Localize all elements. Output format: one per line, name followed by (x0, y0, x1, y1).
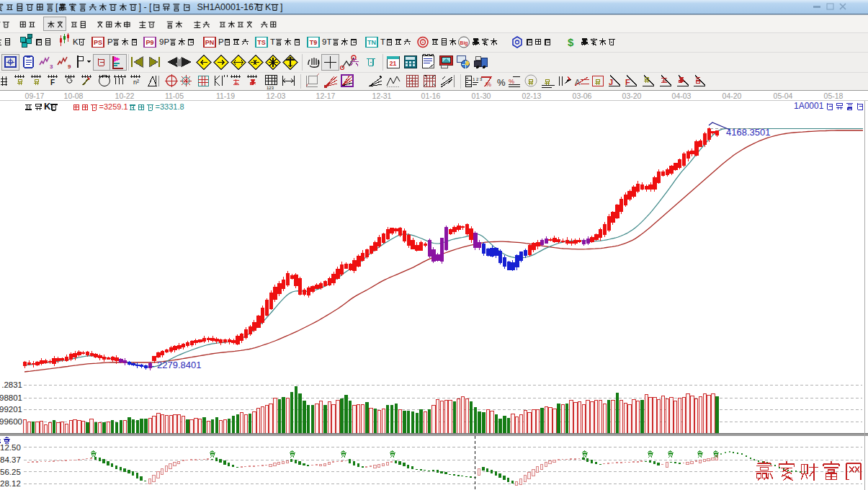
svg-text:05-04: 05-04 (774, 92, 793, 100)
svg-text:99201: 99201 (0, 405, 22, 414)
svg-text:01-16: 01-16 (421, 92, 441, 100)
svg-text:4168.3501: 4168.3501 (726, 127, 770, 138)
svg-text:12-17: 12-17 (316, 92, 336, 100)
svg-text:PS: PS (94, 39, 102, 46)
svg-text:P: P (107, 37, 113, 46)
svg-text:T: T (380, 37, 385, 46)
svg-text:=3331.8: =3331.8 (156, 102, 184, 111)
svg-text:9: 9 (68, 63, 71, 70)
svg-text:Big: Big (460, 40, 467, 46)
svg-text:12.50: 12.50 (0, 443, 21, 452)
svg-text:12-03: 12-03 (267, 92, 286, 100)
svg-text:05-18: 05-18 (824, 92, 844, 100)
svg-text:F: F (50, 79, 55, 86)
svg-text:28.12: 28.12 (0, 479, 21, 488)
svg-text:02-13: 02-13 (522, 92, 542, 100)
svg-text:TN: TN (367, 39, 376, 46)
svg-text:SH1A0001-167: SH1A0001-167 (192, 2, 259, 12)
svg-text:11-19: 11-19 (216, 92, 235, 100)
svg-text:3: 3 (50, 63, 53, 70)
svg-text:84.37: 84.37 (0, 455, 21, 464)
svg-text:04-03: 04-03 (672, 92, 692, 100)
svg-text:P: P (218, 37, 224, 46)
svg-text:TS: TS (257, 39, 266, 46)
svg-text:K: K (265, 2, 272, 12)
svg-text:T: T (270, 37, 275, 46)
svg-text:12-31: 12-31 (372, 92, 392, 100)
svg-text:n²: n² (133, 79, 139, 86)
svg-text:01-30: 01-30 (472, 92, 491, 100)
svg-text:%: % (486, 81, 491, 88)
svg-text:98801: 98801 (0, 393, 22, 402)
svg-text:J: J (609, 78, 613, 86)
svg-text:9P: 9P (159, 37, 169, 46)
svg-text:] - [: ] - [ (139, 2, 153, 12)
svg-text:03-20: 03-20 (622, 92, 642, 100)
svg-text:21: 21 (390, 60, 397, 67)
svg-text:10-22: 10-22 (115, 92, 135, 100)
svg-text:]: ] (280, 2, 282, 12)
svg-text:K: K (44, 101, 51, 112)
svg-text:$: $ (568, 36, 574, 48)
svg-text:2279.8401: 2279.8401 (157, 360, 201, 370)
svg-text:03-06: 03-06 (573, 92, 592, 100)
svg-text:PN: PN (205, 39, 215, 46)
svg-text:56.25: 56.25 (0, 468, 21, 476)
svg-text:10-08: 10-08 (64, 92, 84, 100)
svg-text:9T: 9T (322, 37, 331, 46)
svg-text:K: K (73, 37, 79, 46)
svg-text:F: F (625, 78, 630, 86)
svg-text:123: 123 (267, 86, 274, 90)
svg-text:04-20: 04-20 (722, 92, 742, 100)
svg-text:%: % (497, 77, 506, 88)
svg-text:11-05: 11-05 (165, 92, 184, 100)
svg-text:1A0001: 1A0001 (794, 101, 826, 111)
svg-text:=3259.1: =3259.1 (99, 102, 128, 111)
svg-text:[: [ (55, 2, 58, 12)
svg-text:T9: T9 (310, 39, 318, 46)
svg-text:99600: 99600 (0, 417, 22, 426)
svg-text:1 2 3: 1 2 3 (473, 77, 483, 81)
svg-text:P9: P9 (146, 39, 153, 46)
svg-text:09-17: 09-17 (25, 92, 45, 100)
svg-text:.2831: .2831 (1, 380, 22, 389)
